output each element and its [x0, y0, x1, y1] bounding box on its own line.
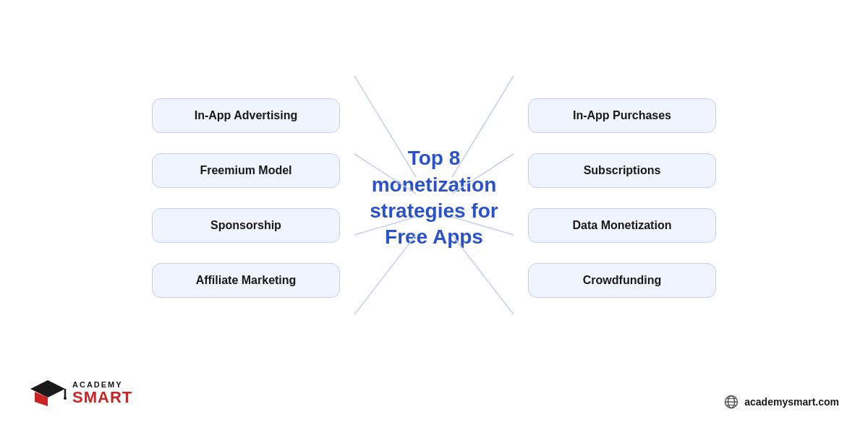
- card-crowdfunding: Crowdfunding: [528, 263, 716, 298]
- card-label: Affiliate Marketing: [196, 274, 297, 286]
- card-label: Crowdfunding: [583, 274, 661, 286]
- card-label: In-App Purchases: [573, 109, 671, 121]
- card-affiliate-marketing: Affiliate Marketing: [152, 263, 340, 298]
- title-line1: Top 8: [408, 147, 461, 169]
- title-line4: Free Apps: [385, 226, 483, 248]
- globe-icon: [724, 395, 739, 409]
- card-label: Subscriptions: [584, 164, 661, 176]
- main-layout: In-App Advertising Freemium Model Sponso…: [0, 0, 868, 425]
- card-label: Sponsorship: [210, 219, 281, 231]
- title-line3: strategies for: [370, 199, 498, 222]
- page-container: In-App Advertising Freemium Model Sponso…: [0, 0, 868, 425]
- logo-area: ACADEMY SMART: [29, 374, 132, 412]
- logo-icon: [29, 374, 67, 412]
- card-label: Freemium Model: [200, 164, 292, 176]
- logo-text-block: ACADEMY SMART: [72, 380, 132, 406]
- right-column: In-App Purchases Subscriptions Data Mone…: [506, 98, 825, 298]
- title-line2: monetization: [372, 173, 497, 196]
- website-area: academysmart.com: [724, 395, 839, 409]
- website-text: academysmart.com: [744, 396, 839, 408]
- card-sponsorship: Sponsorship: [152, 208, 340, 243]
- card-label: In-App Advertising: [195, 109, 298, 121]
- card-in-app-advertising: In-App Advertising: [152, 98, 340, 133]
- card-freemium-model: Freemium Model: [152, 153, 340, 188]
- card-subscriptions: Subscriptions: [528, 153, 716, 188]
- svg-point-11: [64, 397, 67, 400]
- card-label: Data Monetization: [573, 219, 672, 231]
- logo-smart-text: SMART: [72, 389, 132, 406]
- card-data-monetization: Data Monetization: [528, 208, 716, 243]
- left-column: In-App Advertising Freemium Model Sponso…: [43, 98, 362, 298]
- center-title: Top 8 monetization strategies for Free A…: [362, 145, 506, 251]
- card-in-app-purchases: In-App Purchases: [528, 98, 716, 133]
